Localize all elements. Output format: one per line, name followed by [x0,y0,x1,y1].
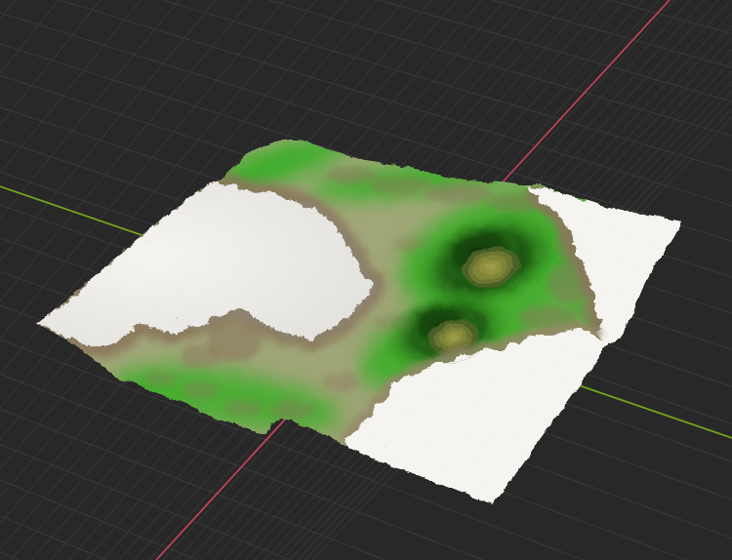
viewport-3d[interactable] [0,0,732,560]
